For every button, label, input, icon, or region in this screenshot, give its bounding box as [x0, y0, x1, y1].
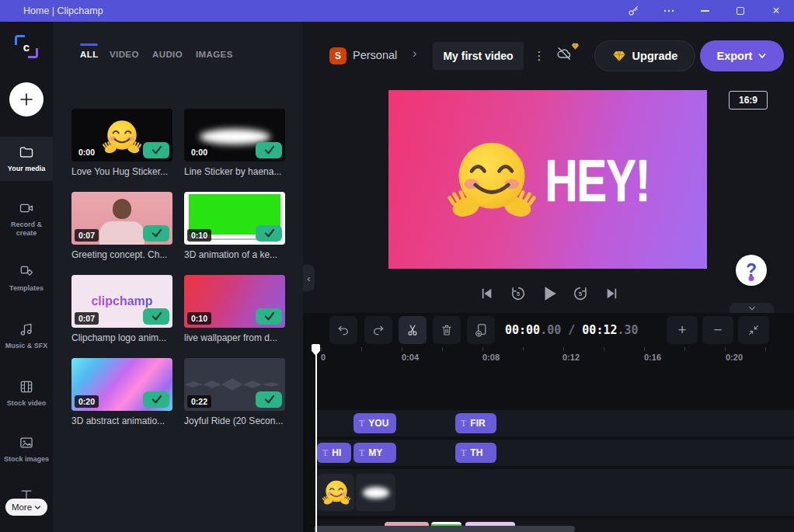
redo-button[interactable]	[364, 316, 392, 344]
media-panel: ALL VIDEO AUDIO IMAGES 0:00 Love You Hug…	[53, 22, 303, 532]
check-badge[interactable]	[143, 308, 169, 325]
duplicate-clip-button[interactable]	[467, 316, 495, 344]
person-figure	[113, 199, 131, 219]
media-item[interactable]: 0:10 3D animation of a ke...	[184, 192, 285, 260]
rewind-5s-button[interactable]: 5	[507, 282, 530, 305]
cloud-backup-off-button[interactable]	[555, 45, 578, 67]
media-item[interactable]: 0:20 3D abstract animatio...	[71, 358, 172, 426]
text-clip[interactable]: T MY	[353, 443, 396, 463]
help-button[interactable]: ?	[736, 255, 767, 286]
text-clip[interactable]: T YOU	[353, 413, 396, 433]
hug-emoji-sticker	[102, 116, 142, 157]
text-clip[interactable]: T HI	[317, 443, 351, 463]
check-badge[interactable]	[256, 308, 282, 325]
media-item[interactable]: clipchamp 0:07 Clipchamp logo anim...	[71, 275, 172, 343]
project-options-kebab-icon[interactable]: ⋮	[533, 45, 545, 67]
project-title-field[interactable]: My first video	[433, 42, 524, 70]
app-window: Home | Clipchamp × c Your media Record	[0, 0, 794, 532]
media-item[interactable]: 0:22 Joyful Ride (20 Secon...	[184, 358, 285, 426]
timeline-ruler[interactable]: 0 0:04 0:08 0:12 0:16 0:20	[315, 347, 794, 367]
media-thumbnail: 0:10	[184, 275, 285, 328]
media-item[interactable]: 0:00 Line Sticker by haena...	[184, 109, 285, 177]
skip-to-start-button[interactable]	[475, 282, 499, 305]
forward-5s-button[interactable]: 5	[569, 282, 592, 305]
upgrade-button[interactable]: Upgrade	[594, 40, 695, 71]
hug-emoji-clip[interactable]	[318, 474, 354, 511]
sidebar-item-record-create[interactable]: Record & create	[0, 193, 53, 246]
split-scissors-button[interactable]	[399, 316, 427, 344]
chevron-down-icon	[34, 504, 41, 511]
tab-audio[interactable]: AUDIO	[152, 50, 183, 59]
tab-images[interactable]: IMAGES	[196, 50, 233, 59]
check-badge[interactable]	[256, 142, 282, 158]
media-item[interactable]: 0:07 Greeting concept. Ch...	[71, 192, 172, 260]
skip-to-end-button[interactable]	[600, 282, 623, 305]
media-title: Line Sticker by haena...	[184, 166, 285, 177]
key-icon[interactable]	[615, 0, 651, 22]
sidebar-item-your-media[interactable]: Your media	[0, 137, 53, 181]
media-item[interactable]: 0:10 live wallpaper from d...	[184, 275, 285, 343]
text-clip[interactable]: T FIR	[455, 413, 496, 433]
cloud-sticker-clip[interactable]	[356, 474, 395, 511]
check-badge[interactable]	[143, 391, 169, 408]
preview-collapse-tab[interactable]	[730, 303, 774, 314]
undo-button[interactable]	[329, 316, 357, 344]
tab-video[interactable]: VIDEO	[110, 50, 139, 59]
duration-badge: 0:20	[75, 395, 99, 408]
folder-icon	[19, 144, 34, 160]
media-item[interactable]: 0:00 Love You Hug Sticker...	[71, 109, 172, 177]
more-label: More	[12, 502, 32, 512]
sidebar-item-stock-images[interactable]: Stock images	[0, 427, 53, 471]
minimize-button[interactable]	[687, 0, 723, 22]
maximize-button[interactable]	[723, 0, 758, 22]
play-button[interactable]	[538, 282, 561, 305]
sidebar-item-label: Music & SFX	[5, 342, 48, 350]
chevron-down-icon	[757, 51, 767, 61]
text-clip[interactable]: T TH	[455, 443, 496, 463]
media-title: Joyful Ride (20 Secon...	[184, 416, 285, 426]
upgrade-label: Upgrade	[632, 50, 678, 62]
cloud-icon	[363, 487, 389, 499]
check-badge[interactable]	[143, 225, 169, 242]
hug-emoji-icon	[322, 478, 351, 507]
hug-emoji-overlay[interactable]	[446, 134, 538, 225]
video-preview-canvas[interactable]: HEY!	[388, 90, 707, 269]
media-title: Love You Hug Sticker...	[71, 166, 172, 177]
check-badge[interactable]	[143, 142, 169, 158]
check-badge[interactable]	[256, 225, 282, 242]
delete-button[interactable]	[433, 316, 461, 344]
zoom-in-button[interactable]: +	[667, 316, 698, 344]
media-title: Greeting concept. Ch...	[71, 249, 172, 260]
aspect-ratio-badge[interactable]: 16:9	[729, 91, 768, 110]
clipchamp-logo[interactable]: c	[15, 35, 38, 58]
tab-all[interactable]: ALL	[80, 50, 99, 59]
more-button[interactable]: More	[5, 499, 47, 516]
more-menu-icon[interactable]	[651, 0, 687, 22]
check-badge[interactable]	[256, 391, 282, 408]
panel-collapse-handle[interactable]: ‹	[303, 265, 315, 291]
sidebar-item-templates[interactable]: Templates	[0, 256, 53, 301]
breadcrumb-workspace[interactable]: Personal	[353, 49, 397, 61]
workspace-avatar[interactable]: S	[329, 47, 347, 64]
media-title: 3D abstract animatio...	[71, 416, 172, 426]
close-button[interactable]: ×	[758, 0, 794, 22]
sidebar-item-label: Templates	[9, 284, 44, 293]
timecode-display: 00:00.00 / 00:12.30	[505, 323, 639, 337]
text-clip-icon: T	[322, 447, 328, 459]
media-grid: 0:00 Love You Hug Sticker... 0:00 Line S…	[71, 109, 297, 426]
sidebar-item-music-sfx[interactable]: Music & SFX	[0, 314, 53, 358]
export-button[interactable]: Export	[700, 40, 784, 71]
audio-clip-strip[interactable]	[314, 526, 575, 532]
sidebar-item-label: Stock images	[4, 455, 49, 464]
add-media-button[interactable]	[9, 82, 44, 116]
export-label: Export	[717, 50, 753, 62]
zoom-out-button[interactable]: −	[702, 316, 733, 344]
text-clip-icon: T	[461, 418, 466, 429]
fit-timeline-button[interactable]	[738, 316, 769, 344]
text-overlay[interactable]: HEY!	[545, 145, 650, 214]
image-icon	[19, 435, 34, 450]
sidebar-item-stock-video[interactable]: Stock video	[0, 371, 53, 416]
duration-badge: 0:07	[75, 312, 99, 325]
duration-badge: 0:00	[187, 146, 211, 158]
text-clip-icon: T	[461, 447, 466, 459]
